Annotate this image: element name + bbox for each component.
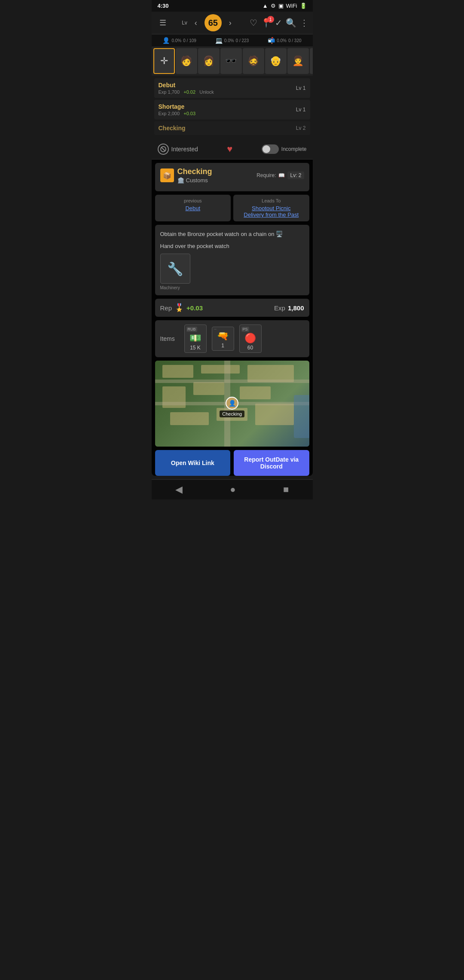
interested-label: Interested — [171, 146, 198, 153]
level-prev-button[interactable]: ‹ — [189, 16, 203, 30]
svg-line-1 — [162, 147, 165, 151]
map-block-1 — [162, 365, 193, 378]
char-item-2[interactable]: 👩 — [198, 48, 220, 74]
toggle-area: Incomplete — [262, 144, 307, 154]
level-circle: 65 — [205, 14, 222, 31]
progress-count-2: 0 / 223 — [236, 38, 249, 43]
progress-pct-1: 0.0% — [171, 38, 181, 43]
quest-title-checking: Checking — [159, 125, 296, 132]
leads-to-label: Leads To — [237, 198, 306, 203]
quest-name-area: 📦 Checking 🏛️ Customs — [160, 167, 212, 184]
top-nav: ☰ Lv ‹ 65 › ♡ 📍1 ✓ 🔍 ⋮ — [152, 12, 313, 34]
quest-titles: Checking 🏛️ Customs — [177, 167, 212, 184]
map-marker-checking[interactable]: 👤 Checking — [220, 397, 244, 417]
settings-icon: ⚙ — [271, 3, 276, 9]
require-icon: 📖 — [278, 172, 285, 178]
lead-previous: previous Debut — [155, 195, 231, 221]
heart-icon[interactable]: ♡ — [250, 18, 257, 28]
progress-icon-1: 👤 — [162, 37, 170, 44]
rep-area: Rep 🎖️ +0.03 — [160, 303, 203, 312]
map-block-7 — [170, 412, 209, 425]
map-card[interactable]: 👤 Checking — [155, 361, 309, 447]
rep-label: Rep — [160, 304, 172, 312]
location-icon[interactable]: 📍1 — [261, 18, 272, 28]
char-item-1[interactable]: 🧑 — [176, 48, 197, 74]
incomplete-toggle[interactable] — [262, 144, 279, 154]
char-item-crosshair[interactable]: ✛ — [153, 48, 175, 74]
exp-val: 1,800 — [288, 304, 304, 312]
machinery-icon: 🔧 — [167, 261, 183, 276]
quest-info-shortage: Shortage Exp 2,000 +0.03 — [159, 103, 296, 116]
battery-icon: 🔋 — [300, 3, 307, 9]
char-item-7[interactable]: 👨 — [310, 48, 313, 74]
obj-line1: Obtain the Bronze pocket watch on a chai… — [160, 231, 275, 237]
item-icon-2: 🔴 — [244, 333, 256, 344]
progress-item-2: 💻 0.0% 0 / 223 — [215, 37, 249, 44]
interested-button[interactable]: Interested — [158, 144, 198, 155]
quest-header-card: 📦 Checking 🏛️ Customs Require: 📖 Lv: 2 — [155, 163, 309, 191]
item-tag-2: PS — [241, 327, 249, 332]
quest-list: Debut Exp 1,700 +0.02 Unlock Lv 1 Shorta… — [152, 76, 313, 139]
more-icon[interactable]: ⋮ — [300, 18, 308, 28]
char-item-3[interactable]: 🕶️ — [220, 48, 242, 74]
obj-item-icon: 🖥️ — [276, 231, 283, 237]
req-area: Require: 📖 Lv: 2 — [256, 172, 304, 179]
items-label: Items — [160, 335, 179, 342]
items-row: Items RUB 💵 15 K 🔫 1 PS 🔴 60 — [155, 320, 309, 357]
level-next-button[interactable]: › — [223, 16, 237, 30]
progress-count-3: 0 / 320 — [288, 38, 302, 43]
progress-item-3: 📬 0.0% 0 / 320 — [268, 37, 301, 44]
bottom-nav: ◀ ● ■ — [152, 479, 313, 499]
back-button[interactable]: ◀ — [175, 484, 183, 495]
leads-to-link-2[interactable]: Delivery from the Past — [237, 211, 306, 218]
exp-label: Exp — [274, 304, 285, 312]
previous-label: previous — [159, 198, 228, 203]
level-nav: Lv ‹ 65 › — [182, 14, 237, 31]
item-tag-0: RUB — [186, 327, 197, 332]
quest-lv-checking: Lv 2 — [296, 125, 306, 131]
char-item-6[interactable]: 🧑‍🦱 — [287, 48, 309, 74]
exp-area: Exp 1,800 — [274, 304, 304, 312]
recents-button[interactable]: ■ — [283, 484, 289, 495]
map-block-9 — [255, 404, 294, 425]
objectives-card: Obtain the Bronze pocket watch on a chai… — [155, 225, 309, 295]
leads-to-link-1[interactable]: Shootout Picnic — [237, 205, 306, 211]
level-label: Lv — [182, 20, 187, 26]
wifi-icon: WiFi — [286, 3, 297, 9]
obj-line2: Hand over the pocket watch — [160, 242, 304, 251]
signal-icon: ▲ — [263, 3, 268, 9]
menu-left-button[interactable]: ☰ — [156, 16, 170, 30]
progress-count-1: 0 / 109 — [183, 38, 196, 43]
quest-lv-debut: Lv 1 — [296, 85, 306, 91]
quest-row-shortage[interactable]: Shortage Exp 2,000 +0.03 Lv 1 — [154, 100, 310, 119]
subtitle-text: Customs — [186, 177, 208, 184]
discord-button[interactable]: Report OutDate via Discord — [234, 450, 309, 476]
wiki-button[interactable]: Open Wiki Link — [155, 450, 231, 476]
quest-exp-shortage: Exp 2,000 +0.03 — [159, 111, 296, 116]
item-icon-1: 🔫 — [217, 331, 229, 342]
progress-icon-3: 📬 — [268, 37, 275, 44]
home-button[interactable]: ● — [230, 484, 235, 495]
item-count-0: 15 K — [190, 345, 201, 351]
quest-subtitle: 🏛️ Customs — [177, 177, 212, 184]
item-count-2: 60 — [247, 345, 253, 351]
item-box-1: 🔫 1 — [212, 327, 234, 351]
quest-row-checking[interactable]: Checking Lv 2 — [154, 121, 310, 135]
toggle-knob — [263, 145, 270, 153]
previous-quest-link[interactable]: Debut — [159, 205, 228, 211]
quest-box-icon: 📦 — [163, 172, 171, 180]
lv-badge: Lv: 2 — [287, 172, 304, 179]
status-time: 4:30 — [158, 3, 169, 9]
favorite-icon[interactable]: ♥ — [227, 144, 232, 155]
location-badge: 1 — [267, 16, 274, 23]
search-icon[interactable]: 🔍 — [286, 18, 296, 28]
require-label: Require: — [256, 172, 276, 178]
check-icon[interactable]: ✓ — [275, 18, 282, 28]
modal-top-bar: Interested ♥ Incomplete — [152, 139, 313, 159]
rep-icon: 🎖️ — [174, 303, 184, 312]
char-item-5[interactable]: 👴 — [265, 48, 287, 74]
nav-icons: ♡ 📍1 ✓ 🔍 ⋮ — [250, 18, 308, 28]
char-item-4[interactable]: 🧔 — [243, 48, 264, 74]
quest-row-debut[interactable]: Debut Exp 1,700 +0.02 Unlock Lv 1 — [154, 78, 310, 98]
map-background: 👤 Checking — [155, 361, 309, 447]
